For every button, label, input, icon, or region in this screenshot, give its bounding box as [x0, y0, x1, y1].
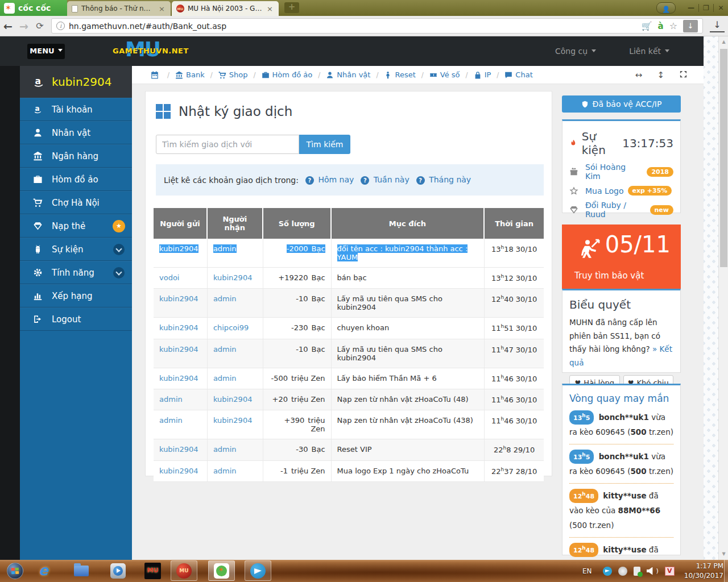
filter-link[interactable]: Hôm nay [318, 175, 354, 184]
telegram-tray-icon[interactable] [603, 567, 612, 576]
window-minimize-button[interactable]: — [684, 4, 698, 12]
receiver-link[interactable]: kubin2904 [213, 416, 253, 425]
window-close-button[interactable]: ✕ [713, 4, 728, 12]
tab-close-icon[interactable]: × [266, 5, 274, 13]
breadcrumb-link[interactable]: Chat [504, 70, 532, 79]
browser-tab-inactive[interactable]: Thông báo - Thử nghiệm tín × [67, 1, 171, 16]
dictionary-extension-icon[interactable]: à [658, 21, 664, 31]
receiver-link[interactable]: chipcoi99 [213, 323, 249, 332]
scroll-down-arrow[interactable]: ▼ [719, 550, 728, 559]
mu-launcher-task-button[interactable]: MU [171, 560, 197, 581]
sender-link[interactable]: kubin2904 [159, 374, 198, 383]
page-info-icon[interactable]: i [56, 22, 65, 30]
clock[interactable]: 1:17 PM 10/30/2017 [684, 562, 723, 581]
receiver-link[interactable]: admin [213, 445, 237, 454]
start-button[interactable] [7, 563, 23, 579]
person-icon: 👤 [662, 6, 670, 13]
new-tab-button[interactable]: + [284, 2, 299, 13]
receiver-link[interactable]: admin [213, 374, 237, 383]
url-text[interactable]: hn.gamethuvn.net/#auth/Bank_out.asp [69, 22, 642, 31]
breadcrumb-link[interactable]: Hòm đồ ảo / [262, 70, 326, 79]
sidebar-item[interactable]: Xếp hạng [20, 284, 132, 307]
site-logo[interactable]: MU GAMETHUVN.NET [113, 39, 187, 64]
sidebar-item[interactable]: Chợ Hà Nội [20, 191, 132, 214]
resize-vertical-icon[interactable]: ↕ [657, 70, 664, 80]
sender-link[interactable]: kubin2904 [159, 294, 198, 303]
sidebar-item[interactable]: Sự kiện [20, 238, 132, 261]
sender-link[interactable]: admin [159, 416, 183, 425]
safely-remove-hardware-icon[interactable] [634, 567, 640, 576]
sender-link[interactable]: kubin2904 [159, 244, 198, 253]
window-restore-button[interactable]: ❐ [698, 4, 713, 12]
filter-link[interactable]: Tháng này [429, 175, 471, 184]
mu-game-icon[interactable]: MU [144, 563, 161, 579]
sidebar-item[interactable]: Ngân hàng [20, 144, 132, 168]
internet-explorer-icon[interactable]: e [39, 562, 48, 579]
explorer-folder-icon[interactable] [74, 566, 89, 576]
event-link[interactable]: Mua Logo [585, 186, 624, 196]
reload-button[interactable]: ⟳ [32, 20, 48, 31]
sender-link[interactable]: kubin2904 [159, 467, 198, 475]
breadcrumb-link[interactable]: Nhân vật / [326, 70, 384, 79]
menu-button[interactable]: MENU [27, 44, 65, 59]
sidebar-item[interactable]: Tính năng [20, 261, 132, 284]
cart-extension-icon[interactable]: 🛒 [642, 21, 652, 31]
sidebar-item[interactable]: Nhân vật [20, 121, 132, 144]
show-desktop-button[interactable] [724, 560, 728, 582]
receiver-link[interactable]: kubin2904 [213, 273, 253, 282]
receiver-link[interactable]: admin [213, 244, 237, 253]
coccoc-task-button[interactable] [208, 560, 235, 581]
treasure-hunt-card[interactable]: 05/11 Truy tìm bảo vật [562, 225, 681, 289]
media-player-icon[interactable] [110, 563, 126, 579]
language-indicator[interactable]: EN [582, 567, 592, 575]
sender-link[interactable]: kubin2904 [159, 323, 198, 332]
scrollbar-thumb[interactable] [720, 49, 727, 267]
sidebar-item-label: Tài khoản [52, 105, 93, 115]
acc-ip-protected-button[interactable]: Đã bảo vệ ACC/IP [562, 95, 681, 113]
receiver-link[interactable]: kubin2904 [213, 395, 253, 404]
bookmark-star-icon[interactable]: ☆ [669, 20, 677, 31]
v-app-tray-icon[interactable]: V [665, 567, 675, 576]
tab-close-icon[interactable]: × [158, 5, 166, 13]
address-bar[interactable]: i hn.gamethuvn.net/#auth/Bank_out.asp 🛒 … [51, 18, 703, 34]
fullscreen-icon[interactable] [679, 70, 688, 78]
sender-link[interactable]: admin [159, 395, 183, 404]
sidebar-item[interactable]: Nạp thẻ ★ [20, 214, 132, 238]
browser-scrollbar[interactable]: ▲ ▼ [718, 36, 728, 560]
volume-icon[interactable]: ) [647, 567, 659, 575]
breadcrumb-link[interactable]: Vé số / [429, 70, 474, 79]
sidebar-item[interactable]: Tài khoản [20, 98, 132, 121]
download-button[interactable]: ↓ [683, 20, 698, 32]
browser-profile-button[interactable]: 👤 [656, 2, 676, 14]
links-dropdown[interactable]: Liên kết [629, 47, 669, 56]
sidebar-item[interactable]: Hòm đồ ảo [20, 168, 132, 191]
sender-link[interactable]: kubin2904 [159, 445, 198, 454]
sender-link[interactable]: kubin2904 [159, 345, 198, 354]
event-link[interactable]: Đổi Ruby / Ruud [585, 201, 646, 219]
coccoc-tray-icon[interactable] [618, 567, 627, 576]
resize-horizontal-icon[interactable]: ↔ [635, 70, 643, 80]
tools-dropdown[interactable]: Công cụ [555, 47, 596, 56]
downloads-icon[interactable]: ↓ [710, 20, 725, 32]
telegram-task-button[interactable] [245, 560, 271, 581]
breadcrumb-link[interactable]: Reset / [384, 70, 429, 79]
receiver-link[interactable]: admin [213, 294, 237, 303]
lucky-wheel-title[interactable]: Vòng quay may mắn [569, 393, 673, 404]
receiver-link[interactable]: admin [213, 467, 237, 475]
filter-link[interactable]: Tuần này [374, 175, 410, 184]
scroll-up-arrow[interactable]: ▲ [719, 38, 728, 47]
breadcrumb-link[interactable]: / [151, 71, 175, 79]
sidebar-item[interactable]: Logout [20, 307, 132, 331]
breadcrumb-link[interactable]: IP / [474, 70, 505, 79]
breadcrumb-link[interactable]: Bank / [175, 70, 218, 79]
browser-tab-active[interactable]: MU MU Hà Nội 2003 - Gamethu × [172, 1, 279, 16]
event-link[interactable]: Sói Hoàng Kim [585, 163, 643, 181]
forward-button[interactable]: → [16, 20, 32, 32]
receiver-link[interactable]: admin [213, 345, 237, 354]
search-input[interactable] [156, 135, 299, 154]
back-button[interactable]: ← [0, 20, 16, 32]
breadcrumb-link[interactable]: Shop / [218, 70, 262, 79]
search-button[interactable]: Tìm kiếm [299, 135, 350, 154]
tab-title: MU Hà Nội 2003 - Gamethu [188, 5, 262, 13]
sender-link[interactable]: vodoi [159, 273, 179, 282]
